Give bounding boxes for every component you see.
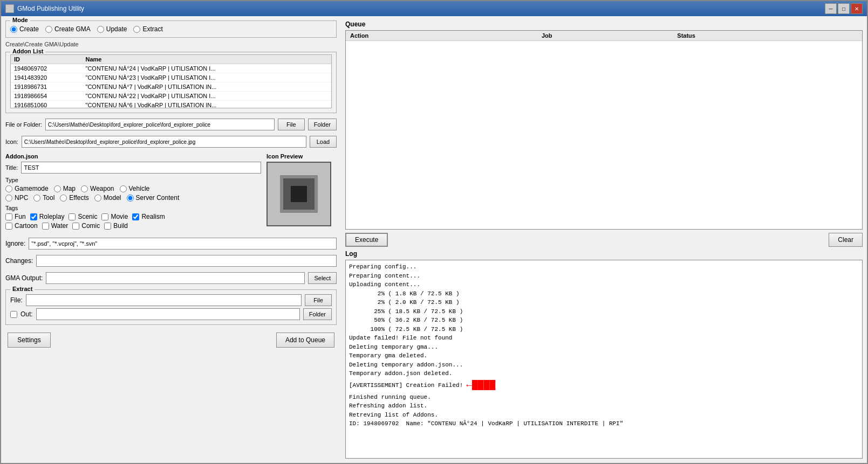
type-tool-label: Tool bbox=[43, 194, 54, 202]
type-model[interactable]: Model bbox=[94, 194, 121, 202]
maximize-button[interactable]: □ bbox=[838, 3, 850, 14]
settings-button[interactable]: Settings bbox=[8, 333, 51, 348]
log-warning-text: [AVERTISSEMENT] Creation Failed! bbox=[349, 381, 463, 390]
execute-button[interactable]: Execute bbox=[345, 233, 388, 247]
tag-movie[interactable]: Movie bbox=[101, 213, 128, 220]
tag-realism-check[interactable] bbox=[132, 213, 139, 220]
tag-build[interactable]: Build bbox=[104, 222, 128, 230]
list-item[interactable]: 1918986731"CONTENU NÂ°7 | VodKaRP | UTIL… bbox=[11, 82, 331, 92]
tag-realism[interactable]: Realism bbox=[132, 213, 165, 220]
queue-section: Queue Action Job Status bbox=[345, 20, 863, 247]
extract-out-checkbox[interactable] bbox=[10, 311, 17, 318]
mode-update[interactable]: Update bbox=[97, 25, 127, 33]
tag-comic[interactable]: Comic bbox=[72, 222, 100, 230]
type-server-content[interactable]: Server Content bbox=[127, 194, 180, 202]
extract-file-row: File: File bbox=[10, 294, 332, 306]
type-server-content-radio[interactable] bbox=[127, 195, 134, 202]
type-map[interactable]: Map bbox=[54, 185, 76, 192]
file-button[interactable]: File bbox=[278, 119, 305, 130]
tag-water[interactable]: Water bbox=[42, 222, 69, 230]
log-container[interactable]: Preparing config...Preparing content...U… bbox=[345, 260, 863, 459]
folder-button[interactable]: Folder bbox=[308, 119, 337, 130]
type-gamemode-radio[interactable] bbox=[5, 185, 12, 192]
mode-create-gma-label: Create GMA bbox=[54, 25, 91, 33]
log-line: Uploading content... bbox=[349, 280, 859, 289]
type-vehicle-radio[interactable] bbox=[120, 185, 127, 192]
icon-label: Icon: bbox=[5, 138, 18, 145]
extract-file-label: File: bbox=[10, 296, 23, 304]
type-map-radio[interactable] bbox=[54, 185, 61, 192]
tag-cartoon-check[interactable] bbox=[5, 223, 12, 230]
extract-file-button[interactable]: File bbox=[305, 294, 332, 306]
mode-extract-radio[interactable] bbox=[133, 26, 140, 33]
mode-extract[interactable]: Extract bbox=[133, 25, 162, 33]
mode-create[interactable]: Create bbox=[10, 25, 39, 33]
extract-out-input[interactable] bbox=[36, 308, 300, 320]
log-line: Temporary addon.json deleted. bbox=[349, 369, 859, 378]
tags-row1: Fun Roleplay Scenic Movie Realism bbox=[5, 213, 261, 220]
mode-create-gma-radio[interactable] bbox=[45, 26, 52, 33]
icon-input[interactable] bbox=[22, 136, 306, 148]
tag-scenic-check[interactable] bbox=[69, 213, 76, 220]
ignore-row: Ignore: bbox=[5, 238, 337, 250]
file-or-folder-input[interactable] bbox=[45, 119, 275, 130]
title-input[interactable] bbox=[21, 162, 261, 174]
extract-file-input[interactable] bbox=[26, 294, 302, 306]
addon-list-container[interactable]: ID Name 1948069702"CONTENU NÂ°24 | VodKa… bbox=[10, 54, 332, 108]
mode-update-radio[interactable] bbox=[97, 26, 104, 33]
tag-roleplay-check[interactable] bbox=[30, 213, 37, 220]
type-tool[interactable]: Tool bbox=[33, 194, 54, 202]
queue-label: Queue bbox=[345, 20, 863, 28]
log-line: Preparing content... bbox=[349, 272, 859, 281]
changes-input[interactable] bbox=[36, 255, 337, 267]
close-button[interactable]: ✕ bbox=[851, 3, 863, 14]
mode-create-label: Create bbox=[19, 25, 39, 33]
tag-scenic[interactable]: Scenic bbox=[69, 213, 97, 220]
type-effects[interactable]: Effects bbox=[60, 194, 88, 202]
gma-output-input[interactable] bbox=[46, 272, 305, 284]
tag-fun[interactable]: Fun bbox=[5, 213, 26, 220]
list-item[interactable]: 1941483920"CONTENU NÂ°23 | VodKaRP | UTI… bbox=[11, 73, 331, 82]
tag-water-check[interactable] bbox=[42, 223, 49, 230]
type-model-radio[interactable] bbox=[94, 195, 101, 202]
type-map-label: Map bbox=[63, 185, 76, 192]
type-gamemode[interactable]: Gamemode bbox=[5, 185, 49, 192]
log-line: Finished running queue. bbox=[349, 393, 859, 402]
tag-fun-check[interactable] bbox=[5, 213, 12, 220]
addon-id: 1918986654 bbox=[11, 92, 83, 101]
load-button[interactable]: Load bbox=[310, 136, 337, 148]
list-item[interactable]: 1918986654"CONTENU NÂ°22 | VodKaRP | UTI… bbox=[11, 92, 331, 101]
type-gamemode-label: Gamemode bbox=[15, 185, 49, 192]
type-npc-radio[interactable] bbox=[5, 195, 12, 202]
extract-title: Extract bbox=[10, 286, 35, 292]
mode-create-radio[interactable] bbox=[10, 26, 17, 33]
queue-table-container[interactable]: Action Job Status bbox=[345, 30, 863, 230]
tag-comic-check[interactable] bbox=[72, 223, 79, 230]
extract-out-folder-button[interactable]: Folder bbox=[303, 308, 332, 320]
type-weapon-radio[interactable] bbox=[81, 185, 88, 192]
mode-create-gma[interactable]: Create GMA bbox=[45, 25, 91, 33]
log-line: Deleting temporary gma... bbox=[349, 343, 859, 352]
icon-center bbox=[291, 186, 307, 202]
add-to-queue-button[interactable]: Add to Queue bbox=[276, 333, 334, 348]
left-panel: Mode Create Create GMA Update bbox=[1, 16, 341, 463]
type-vehicle[interactable]: Vehicle bbox=[120, 185, 150, 192]
type-server-content-label: Server Content bbox=[136, 194, 180, 202]
addon-json-left: Addon.json Title: Type Gamemode bbox=[5, 153, 261, 231]
tag-movie-check[interactable] bbox=[101, 213, 108, 220]
icon-preview-box bbox=[266, 162, 331, 226]
addon-id: 1948069702 bbox=[11, 64, 83, 73]
list-item[interactable]: 1916851060"CONTENU NÂ°6 | VodKaRP | UTIL… bbox=[11, 101, 331, 109]
tag-build-check[interactable] bbox=[104, 223, 111, 230]
type-weapon[interactable]: Weapon bbox=[81, 185, 114, 192]
tag-cartoon[interactable]: Cartoon bbox=[5, 222, 38, 230]
tag-roleplay[interactable]: Roleplay bbox=[30, 213, 65, 220]
type-npc[interactable]: NPC bbox=[5, 194, 28, 202]
select-button[interactable]: Select bbox=[308, 272, 337, 284]
ignore-input[interactable] bbox=[29, 238, 337, 250]
type-effects-radio[interactable] bbox=[60, 195, 67, 202]
type-tool-radio[interactable] bbox=[33, 195, 40, 202]
clear-button[interactable]: Clear bbox=[829, 233, 863, 247]
list-item[interactable]: 1948069702"CONTENU NÂ°24 | VodKaRP | UTI… bbox=[11, 64, 331, 73]
minimize-button[interactable]: ─ bbox=[825, 3, 837, 14]
